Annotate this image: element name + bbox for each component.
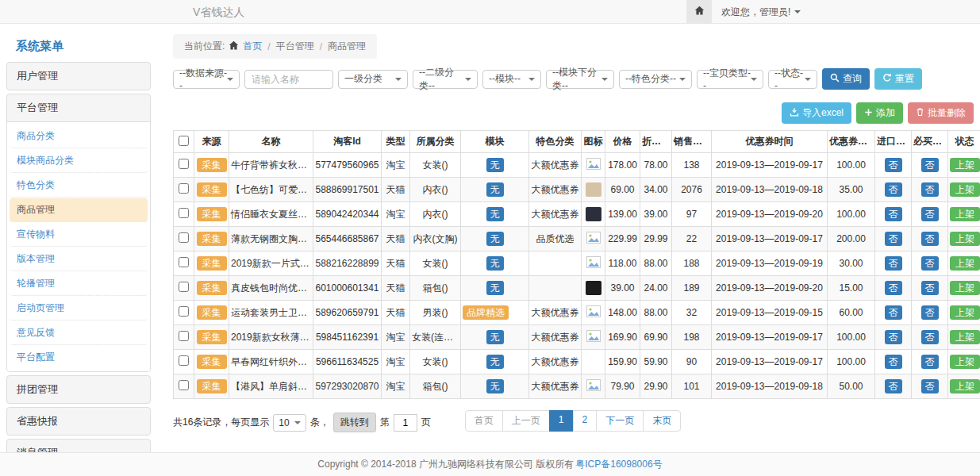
breadcrumb-separator: / [318,41,324,52]
batch-delete-button[interactable]: 批量删除 [908,102,974,124]
sidebar-item[interactable]: 平台配置 [10,346,148,369]
sidebar-item[interactable]: 商品管理 [10,198,148,222]
row-checkbox[interactable] [179,232,189,243]
import-optimal-badge[interactable]: 否 [885,158,902,172]
page-number-input[interactable] [394,414,417,432]
must-buy-badge[interactable]: 否 [921,379,939,393]
user-menu[interactable]: 欢迎您，管理员! [721,6,801,19]
module-select[interactable]: --模块-- [482,70,541,89]
import-optimal-badge[interactable]: 否 [885,379,902,393]
pager-button[interactable]: 末页 [643,410,681,432]
module-subcategory-select[interactable]: --模块下分类-- [546,70,614,89]
import-optimal-badge[interactable]: 否 [885,232,902,246]
row-checkbox[interactable] [179,355,189,366]
table-header-cell: 优惠券时间 [712,131,828,153]
row-checkbox[interactable] [179,183,189,194]
row-checkbox[interactable] [179,159,189,169]
must-buy-badge[interactable]: 否 [921,305,939,320]
status-select[interactable]: --状态-- [768,70,817,89]
row-checkbox-cell [174,227,194,251]
import-optimal-badge[interactable]: 否 [885,281,902,295]
data-source-select[interactable]: --数据来源-- [173,70,240,89]
query-button[interactable]: 查询 [822,68,870,90]
status-badge[interactable]: 上架 [950,379,980,393]
sidebar-item[interactable]: 版本管理 [10,248,148,271]
chevron-down-icon [601,78,608,81]
sidebar-item[interactable]: 轮播管理 [10,272,148,296]
row-checkbox[interactable] [179,257,189,267]
add-button[interactable]: 添加 [856,102,903,124]
level1-category-select[interactable]: 一级分类 [338,70,408,89]
sidebar-item[interactable]: 意见反馈 [10,321,148,345]
import-excel-button[interactable]: 导入excel [782,102,851,124]
pager-button[interactable]: 2 [573,410,598,432]
import-optimal-badge[interactable]: 否 [885,182,902,197]
breadcrumb-home-link[interactable]: 首页 [243,40,262,53]
feature-category-select[interactable]: --特色分类-- [619,70,692,89]
pager-button[interactable]: 首页 [465,410,503,432]
type-cell: 天猫 [382,301,410,325]
sidebar-group-header[interactable]: 拼团管理 [7,376,150,403]
price-cell: 178.00 [605,153,640,178]
item-type-select[interactable]: --宝贝类型-- [697,70,763,89]
sidebar-item[interactable]: 宣传物料 [10,223,148,247]
row-checkbox-cell [174,276,194,301]
per-page-select[interactable]: 10 [273,414,306,432]
status-badge[interactable]: 上架 [950,207,980,221]
coupon-time-cell: 2019-09-13—2019-09-19 [712,251,828,276]
sidebar-item[interactable]: 商品分类 [10,125,148,148]
table-header-row: 来源名称淘客Id类型所属分类模块特色分类图标价格折后价销售数量优惠券时间优惠券金… [174,131,980,153]
import-optimal-badge[interactable]: 否 [885,355,902,369]
icp-license-link[interactable]: 粤ICP备16098006号 [575,458,662,471]
jump-button[interactable]: 跳转到 [333,413,376,432]
status-badge[interactable]: 上架 [950,158,980,172]
must-buy-badge[interactable]: 否 [921,207,939,221]
must-buy-badge[interactable]: 否 [921,232,939,246]
row-checkbox[interactable] [179,282,189,292]
status-cell: 上架 [948,202,980,227]
pager-button[interactable]: 下一页 [596,410,644,432]
row-checkbox[interactable] [179,306,189,317]
import-optimal-badge[interactable]: 否 [885,330,902,344]
must-buy-badge[interactable]: 否 [921,330,939,344]
status-badge[interactable]: 上架 [950,330,980,344]
row-checkbox[interactable] [179,331,189,341]
sidebar-group-header[interactable]: 消息管理 [7,440,150,452]
image-placeholder-icon [586,232,601,244]
source-cell: 采集 [194,178,229,202]
sidebar-item[interactable]: 模块商品分类 [10,149,148,173]
must-buy-badge[interactable]: 否 [921,158,939,172]
row-checkbox[interactable] [179,380,189,390]
coupon-amount-cell: 100.00 [828,325,875,350]
row-checkbox[interactable] [179,208,189,218]
sidebar-group-header[interactable]: 用户管理 [7,63,150,90]
sidebar-item[interactable]: 启动页管理 [10,297,148,321]
status-badge[interactable]: 上架 [950,281,980,295]
name-search-input[interactable] [244,70,333,89]
home-button[interactable] [686,0,712,24]
must-buy-badge[interactable]: 否 [921,256,939,271]
level2-category-select[interactable]: --二级分类-- [413,70,478,89]
import-optimal-badge[interactable]: 否 [885,256,902,271]
select-all-checkbox[interactable] [179,136,189,146]
price-cell: 79.90 [605,374,640,399]
must-buy-badge[interactable]: 否 [921,281,939,295]
source-cell: 采集 [194,202,229,227]
sidebar-group-header[interactable]: 省惠快报 [7,408,150,435]
status-badge[interactable]: 上架 [950,232,980,246]
pager-button[interactable]: 上一页 [502,410,550,432]
table-row: 采集【七色纺】可爱纯棉家...588869917501天猫内衣()无大额优惠券6… [174,178,980,202]
status-badge[interactable]: 上架 [950,305,980,320]
status-badge[interactable]: 上架 [950,355,980,369]
must-buy-badge[interactable]: 否 [921,355,939,369]
status-badge[interactable]: 上架 [950,256,980,271]
must-buy-badge[interactable]: 否 [921,182,939,197]
status-badge[interactable]: 上架 [950,182,980,197]
import-optimal-badge[interactable]: 否 [885,305,902,320]
import-optimal-badge[interactable]: 否 [885,207,902,221]
sidebar-item[interactable]: 特色分类 [10,174,148,198]
pager-button[interactable]: 1 [549,410,574,432]
status-cell: 上架 [948,276,980,301]
reset-button[interactable]: 重置 [874,68,922,90]
sidebar-group-header[interactable]: 平台管理 [7,94,150,121]
